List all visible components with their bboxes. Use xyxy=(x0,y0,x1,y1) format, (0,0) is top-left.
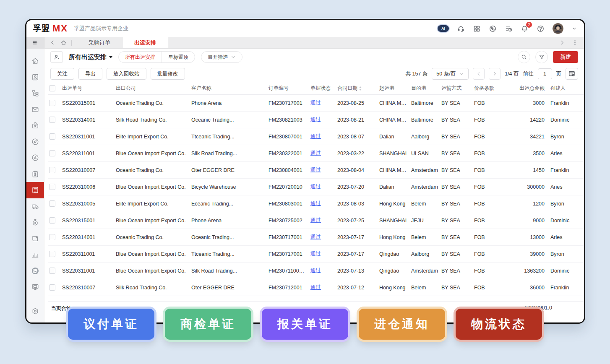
status-link[interactable]: 通过 xyxy=(310,284,321,290)
row-checkbox[interactable] xyxy=(49,167,55,173)
row-checkbox[interactable] xyxy=(49,133,55,140)
flow-button-5[interactable]: 物流状态 xyxy=(456,309,542,340)
table-row[interactable]: SS220311001Blue Ocean Import Export Co.T… xyxy=(48,246,584,263)
more-options-icon[interactable] xyxy=(572,39,578,46)
row-checkbox[interactable] xyxy=(49,150,55,156)
flow-button-2[interactable]: 商检单证 xyxy=(165,309,251,340)
goto-page-input[interactable] xyxy=(538,68,552,79)
sidebar-item-assistant[interactable] xyxy=(26,150,44,166)
sidebar-item-logistics[interactable] xyxy=(26,198,44,215)
sidebar-item-customers[interactable] xyxy=(26,69,44,86)
phone-icon[interactable] xyxy=(489,25,497,33)
status-link[interactable]: 通过 xyxy=(310,184,321,190)
search-icon[interactable] xyxy=(518,51,530,63)
batch-edit-button[interactable]: 批量修改 xyxy=(151,68,185,80)
column-header-no[interactable]: 出运单号 xyxy=(62,85,116,92)
segment-starred[interactable]: 星标置顶 xyxy=(162,52,195,62)
sidebar-item-settings[interactable] xyxy=(26,303,44,320)
row-checkbox[interactable] xyxy=(49,200,55,207)
tab-purchase-orders[interactable]: 采购订单 xyxy=(77,37,123,48)
sidebar-item-home[interactable] xyxy=(26,53,44,69)
table-row[interactable]: SS220310006Blue Ocean Import Export Co.B… xyxy=(48,179,584,195)
person-filter-button[interactable] xyxy=(50,51,63,63)
row-checkbox[interactable] xyxy=(49,117,55,123)
sidebar-item-orders[interactable] xyxy=(26,166,44,182)
table-row[interactable]: SS220310007Silk Road Trading Co.Oter EGG… xyxy=(48,279,584,296)
row-checkbox[interactable] xyxy=(49,284,55,291)
apps-grid-icon[interactable] xyxy=(473,25,481,33)
status-link[interactable]: 通过 xyxy=(310,117,321,122)
status-link[interactable]: 通过 xyxy=(310,217,321,223)
column-header-date[interactable]: 合同日期 xyxy=(337,85,379,92)
follow-button[interactable]: 关注 xyxy=(50,68,74,80)
view-title-dropdown[interactable]: 所有出运安排 xyxy=(69,53,112,61)
sidebar-item-whatsapp[interactable] xyxy=(26,263,44,279)
chevron-left-icon[interactable] xyxy=(50,39,56,46)
column-header-creator[interactable]: 创建人 xyxy=(550,85,582,92)
table-row[interactable]: SS220311001Blue Ocean Import Export Co.S… xyxy=(48,263,584,279)
filter-funnel-icon[interactable] xyxy=(535,51,548,63)
chevron-right-icon[interactable] xyxy=(559,39,565,46)
status-link[interactable]: 通过 xyxy=(310,251,321,257)
column-header-transport[interactable]: 运输方式 xyxy=(441,85,474,92)
table-row[interactable]: SS220314001Oceanic Trading Co.Oceanic Tr… xyxy=(48,229,584,246)
flow-button-4[interactable]: 进仓通知 xyxy=(359,309,445,340)
page-size-select[interactable]: 50 条/页 xyxy=(432,68,469,80)
column-header-order[interactable]: 订单编号 xyxy=(269,85,310,92)
export-button[interactable]: 导出 xyxy=(78,68,102,80)
row-checkbox[interactable] xyxy=(49,251,55,257)
segment-all-shipments[interactable]: 所有出运安排 xyxy=(119,52,162,62)
sidebar-collapse-button[interactable] xyxy=(26,37,44,48)
status-link[interactable]: 通过 xyxy=(310,133,321,139)
sidebar-item-products[interactable] xyxy=(26,117,44,134)
sidebar-item-reports[interactable] xyxy=(26,247,44,263)
expand-filter-button[interactable]: 展开筛选 xyxy=(201,51,242,63)
select-all-checkbox[interactable] xyxy=(49,85,55,91)
column-header-status[interactable]: 单据状态 xyxy=(310,85,337,92)
flow-button-1[interactable]: 议付单证 xyxy=(68,309,154,340)
column-header-pol[interactable]: 起运港 xyxy=(379,85,411,92)
table-row[interactable]: SS220315001Blue Ocean Import Export Co.P… xyxy=(48,212,584,229)
column-header-exporter[interactable]: 出口公司 xyxy=(116,85,191,92)
status-link[interactable]: 通过 xyxy=(310,100,321,106)
table-settings-icon[interactable] xyxy=(566,68,578,80)
next-page-button[interactable] xyxy=(489,68,501,80)
task-list-icon[interactable] xyxy=(505,25,513,33)
table-row[interactable]: SS220311001Blue Ocean Import Export Co.S… xyxy=(48,145,584,162)
headset-icon[interactable] xyxy=(457,25,465,33)
status-link[interactable]: 通过 xyxy=(310,200,321,206)
status-link[interactable]: 通过 xyxy=(310,167,321,173)
table-row[interactable]: SS220310007Oceanic Trading Co.Oter EGGER… xyxy=(48,162,584,179)
help-icon[interactable] xyxy=(537,25,545,33)
chevron-down-icon[interactable] xyxy=(571,26,577,31)
column-header-pod[interactable]: 目的港 xyxy=(411,85,441,92)
sidebar-item-mail[interactable] xyxy=(26,101,44,118)
row-checkbox[interactable] xyxy=(49,268,55,274)
ai-assistant-icon[interactable]: AI xyxy=(438,25,449,32)
sidebar-item-ledger[interactable] xyxy=(26,231,44,247)
home-icon[interactable] xyxy=(60,39,67,46)
table-row[interactable]: SS220315001Oceanic Trading Co.Phone Aren… xyxy=(48,95,584,112)
column-header-customer[interactable]: 客户名称 xyxy=(191,85,269,92)
flow-button-3[interactable]: 报关单证 xyxy=(262,309,348,340)
status-link[interactable]: 通过 xyxy=(310,150,321,156)
bell-icon[interactable]: 7 xyxy=(521,25,529,33)
row-checkbox[interactable] xyxy=(49,217,55,224)
table-row[interactable]: SS220314001Silk Road Trading Co.Oceanic … xyxy=(48,112,584,128)
table-row[interactable]: SS220311001Elite Import Export Co.Ttcean… xyxy=(48,128,584,145)
tab-shipping-arrangement[interactable]: 出运安排 xyxy=(123,37,168,48)
create-new-button[interactable]: 新建 xyxy=(553,51,578,63)
user-avatar[interactable] xyxy=(553,23,563,34)
column-header-terms[interactable]: 价格条款 xyxy=(474,85,504,92)
prev-page-button[interactable] xyxy=(473,68,485,80)
sidebar-item-org-structure[interactable] xyxy=(26,85,44,101)
row-checkbox[interactable] xyxy=(49,234,55,240)
sidebar-item-display[interactable] xyxy=(26,279,44,295)
row-checkbox[interactable] xyxy=(49,100,55,106)
table-row[interactable]: SS220310005Elite Import Export Co.Eceani… xyxy=(48,195,584,212)
status-link[interactable]: 通过 xyxy=(310,268,321,273)
sidebar-item-shipping[interactable] xyxy=(26,182,44,198)
sidebar-item-finance[interactable] xyxy=(26,214,44,231)
row-checkbox[interactable] xyxy=(49,184,55,190)
sidebar-item-compass[interactable] xyxy=(26,134,44,150)
